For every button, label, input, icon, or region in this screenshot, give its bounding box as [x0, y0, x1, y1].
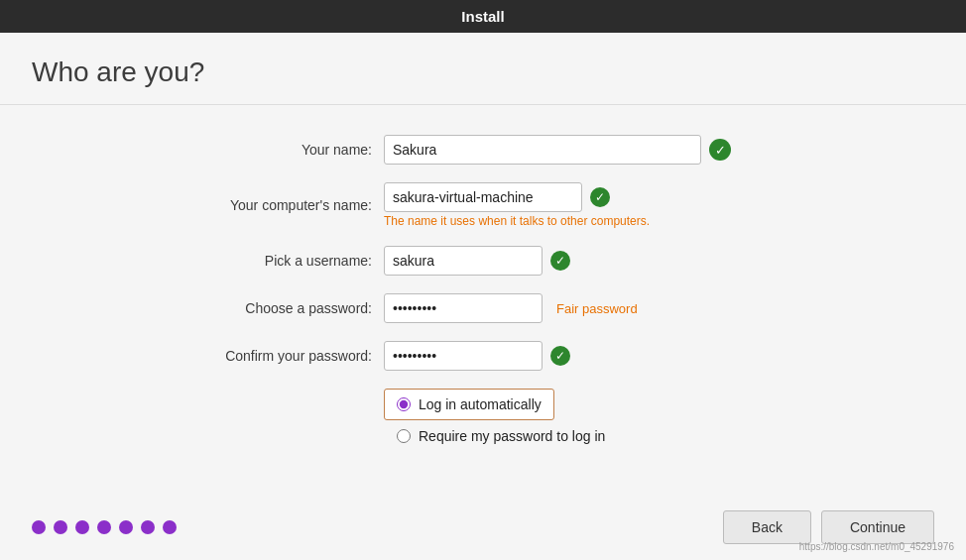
username-input-wrapper: ✓ [384, 246, 570, 276]
computer-name-check-icon: ✓ [590, 187, 610, 207]
confirm-password-label: Confirm your password: [176, 348, 384, 364]
your-name-row: Your name: ✓ [176, 135, 790, 165]
form-area: Your name: ✓ Your computer's name: ✓ The… [0, 105, 966, 495]
radio-row-2: Require my password to log in [176, 420, 790, 452]
content-area: Who are you? Your name: ✓ Your computer'… [0, 33, 966, 560]
confirm-password-input-wrapper: ✓ [384, 341, 570, 371]
computer-name-hint: The name it uses when it talks to other … [384, 214, 650, 228]
radio-row-1: Log in automatically [176, 389, 790, 420]
confirm-password-input[interactable] [384, 341, 543, 371]
radio-require-password[interactable]: Require my password to log in [384, 420, 618, 452]
username-check-icon: ✓ [550, 251, 570, 271]
radio-login-auto-input[interactable] [397, 397, 411, 411]
your-name-check-icon: ✓ [709, 139, 731, 161]
your-name-input-wrapper: ✓ [384, 135, 731, 165]
password-input-wrapper: Fair password [384, 293, 638, 323]
radio-require-password-label: Require my password to log in [419, 428, 605, 444]
dot-3 [75, 520, 89, 534]
username-label: Pick a username: [176, 253, 384, 269]
back-button[interactable]: Back [723, 510, 811, 544]
dots-row [32, 520, 177, 534]
computer-name-row: Your computer's name: ✓ The name it uses… [176, 182, 790, 228]
radio-login-auto[interactable]: Log in automatically [384, 389, 554, 420]
password-strength: Fair password [556, 301, 638, 316]
watermark: https://blog.csdn.net/m0_45291976 [799, 541, 954, 552]
password-row: Choose a password: Fair password [176, 293, 790, 323]
title-bar: Install [0, 0, 966, 33]
computer-name-block: ✓ The name it uses when it talks to othe… [384, 182, 650, 228]
dot-2 [54, 520, 67, 534]
confirm-password-row: Confirm your password: ✓ [176, 341, 790, 371]
password-input[interactable] [384, 293, 543, 323]
computer-name-label: Your computer's name: [176, 197, 384, 213]
confirm-password-check-icon: ✓ [550, 346, 570, 366]
your-name-label: Your name: [176, 142, 384, 158]
computer-name-input-wrapper: ✓ The name it uses when it talks to othe… [384, 182, 650, 228]
continue-button[interactable]: Continue [821, 510, 934, 544]
your-name-input[interactable] [384, 135, 701, 165]
dot-6 [141, 520, 155, 534]
dot-5 [119, 520, 133, 534]
password-label: Choose a password: [176, 300, 384, 316]
dot-4 [97, 520, 111, 534]
radio-require-password-input[interactable] [397, 429, 411, 443]
nav-buttons: Back Continue [723, 510, 934, 544]
dot-1 [32, 520, 46, 534]
title-label: Install [461, 8, 504, 25]
username-row: Pick a username: ✓ [176, 246, 790, 276]
page-title: Who are you? [0, 33, 966, 105]
radio-login-auto-label: Log in automatically [419, 396, 542, 412]
dot-7 [163, 520, 177, 534]
computer-name-input[interactable] [384, 182, 582, 212]
username-input[interactable] [384, 246, 543, 276]
